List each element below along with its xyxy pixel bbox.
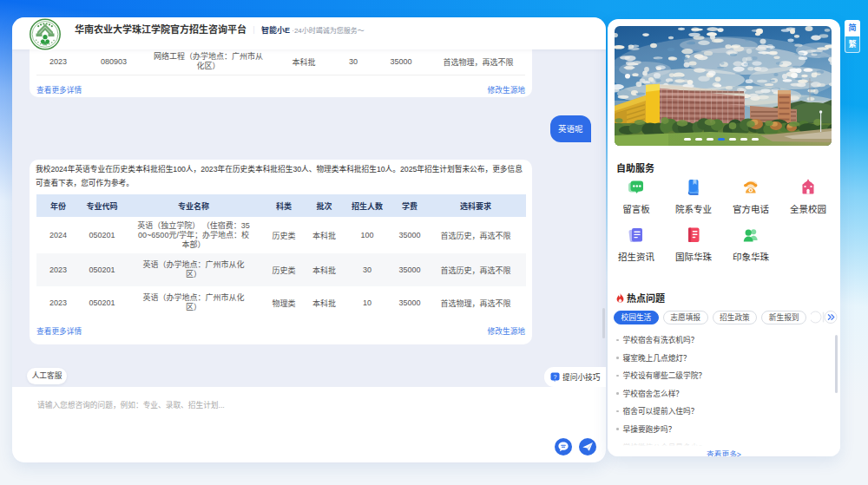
svg-text:?: ? — [554, 374, 557, 380]
